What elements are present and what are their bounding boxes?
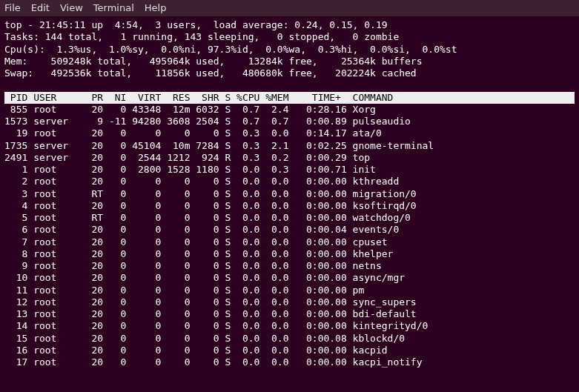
process-row: 6 root 20 0 0 0 0 S 0.0 0.0 0:00.04 even… <box>4 224 575 236</box>
top-summary-tasks: Tasks: 144 total, 1 running, 143 sleepin… <box>4 31 575 43</box>
process-row: 13 root 20 0 0 0 0 S 0.0 0.0 0:00.00 bdi… <box>4 308 575 320</box>
process-list: 855 root 20 0 43348 12m 6032 S 0.7 2.4 0… <box>4 104 575 369</box>
menu-terminal[interactable]: Terminal <box>93 2 134 14</box>
top-summary-swap: Swap: 492536k total, 11856k used, 480680… <box>4 67 575 79</box>
process-row: 19 root 20 0 0 0 0 S 0.3 0.0 0:14.17 ata… <box>4 127 575 139</box>
blank-line <box>4 79 575 91</box>
process-row: 5 root RT 0 0 0 0 S 0.0 0.0 0:00.00 watc… <box>4 212 575 224</box>
top-summary-uptime: top - 21:45:11 up 4:54, 3 users, load av… <box>4 19 575 31</box>
process-row: 17 root 20 0 0 0 0 S 0.0 0.0 0:00.00 kac… <box>4 356 575 368</box>
process-row: 2491 server 20 0 2544 1212 924 R 0.3 0.2… <box>4 152 575 164</box>
process-row: 1735 server 20 0 45104 10m 7284 S 0.3 2.… <box>4 140 575 152</box>
process-row: 9 root 20 0 0 0 0 S 0.0 0.0 0:00.00 netn… <box>4 260 575 272</box>
menubar: File Edit View Terminal Help <box>0 0 579 16</box>
process-row: 855 root 20 0 43348 12m 6032 S 0.7 2.4 0… <box>4 104 575 116</box>
process-row: 14 root 20 0 0 0 0 S 0.0 0.0 0:00.00 kin… <box>4 320 575 332</box>
process-row: 4 root 20 0 0 0 0 S 0.0 0.0 0:00.00 ksof… <box>4 200 575 212</box>
process-row: 3 root RT 0 0 0 0 S 0.0 0.0 0:00.00 migr… <box>4 188 575 200</box>
menu-file[interactable]: File <box>4 2 21 14</box>
menu-edit[interactable]: Edit <box>31 2 50 14</box>
menu-view[interactable]: View <box>60 2 83 14</box>
process-row: 1573 server 9 -11 94280 3608 2504 S 0.7 … <box>4 116 575 127</box>
process-row: 16 root 20 0 0 0 0 S 0.0 0.0 0:00.00 kac… <box>4 345 575 356</box>
process-header: PID USER PR NI VIRT RES SHR S %CPU %MEM … <box>4 92 575 104</box>
process-row: 8 root 20 0 0 0 0 S 0.0 0.0 0:00.00 khel… <box>4 248 575 260</box>
process-row: 11 root 20 0 0 0 0 S 0.0 0.0 0:00.00 pm <box>4 285 575 296</box>
process-row: 7 root 20 0 0 0 0 S 0.0 0.0 0:00.00 cpus… <box>4 236 575 248</box>
terminal-output[interactable]: top - 21:45:11 up 4:54, 3 users, load av… <box>0 16 579 373</box>
menu-help[interactable]: Help <box>145 2 167 14</box>
process-row: 10 root 20 0 0 0 0 S 0.0 0.0 0:00.00 asy… <box>4 272 575 284</box>
process-row: 2 root 20 0 0 0 0 S 0.0 0.0 0:00.00 kthr… <box>4 176 575 187</box>
top-summary-cpu: Cpu(s): 1.3%us, 1.0%sy, 0.0%ni, 97.3%id,… <box>4 44 575 56</box>
process-row: 15 root 20 0 0 0 0 S 0.0 0.0 0:00.08 kbl… <box>4 333 575 345</box>
process-row: 12 root 20 0 0 0 0 S 0.0 0.0 0:00.00 syn… <box>4 296 575 308</box>
process-row: 1 root 20 0 2800 1528 1180 S 0.0 0.3 0:0… <box>4 164 575 176</box>
top-summary-mem: Mem: 509248k total, 495964k used, 13284k… <box>4 56 575 67</box>
